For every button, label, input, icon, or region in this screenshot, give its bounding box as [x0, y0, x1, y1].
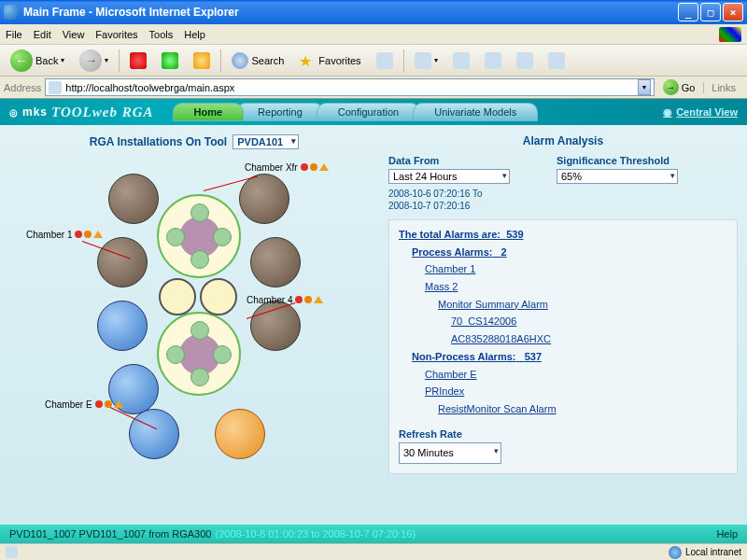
menu-tools[interactable]: Tools — [149, 29, 174, 40]
close-button[interactable]: × — [723, 3, 743, 21]
right-pane: Alarm Analysis Data From Last 24 Hours 2… — [388, 125, 747, 525]
chamber-node[interactable] — [108, 174, 159, 224]
edit-icon — [485, 52, 501, 69]
alarm-chambere-link[interactable]: Chamber E — [425, 369, 477, 380]
alarm-code1-link[interactable]: 70_CS142006 — [451, 315, 516, 327]
process-alarms-link[interactable]: Process Alarms: 2 — [412, 246, 507, 258]
date-range: 2008-10-6 07:20:16 To 2008-10-7 07:20:16 — [388, 188, 510, 212]
tool-select[interactable]: PVDA101 — [233, 134, 299, 149]
stop-icon — [130, 52, 147, 69]
page-icon — [6, 546, 18, 558]
tab-reporting[interactable]: Reporting — [236, 103, 324, 121]
tab-home[interactable]: Home — [173, 103, 245, 121]
media-button[interactable] — [372, 50, 398, 71]
nonprocess-alarms-link[interactable]: Non-Process Alarms: 537 — [412, 351, 542, 362]
peri-circle — [190, 368, 209, 386]
print-icon — [453, 52, 470, 69]
resist-monitor-link[interactable]: ResistMonitor Scan Alarm — [438, 403, 557, 414]
go-button[interactable]: → Go — [658, 79, 700, 95]
chamber-node[interactable] — [239, 174, 289, 224]
alarm-code2-link[interactable]: AC835288018A6HXC — [451, 333, 551, 344]
label-chamber-1: Chamber 1 — [26, 230, 103, 240]
menu-edit[interactable]: Edit — [34, 29, 51, 40]
chamber-xfr[interactable] — [157, 194, 241, 278]
label-chamber-xfr: Chamber Xfr — [245, 162, 329, 173]
address-dropdown[interactable]: ▾ — [638, 79, 651, 95]
label-chamber-4: Chamber 4 — [247, 295, 323, 305]
mail-button[interactable]: ▾ — [410, 50, 443, 71]
peri-circle — [166, 345, 185, 364]
peri-circle — [190, 203, 209, 222]
print-button[interactable] — [448, 50, 474, 71]
app-header: ◎mks TOOLweb RGA Home Reporting Configur… — [0, 99, 747, 125]
footer-help-link[interactable]: Help — [716, 528, 738, 539]
menu-help[interactable]: Help — [184, 29, 205, 40]
edit-button[interactable] — [480, 50, 506, 71]
chamber-1[interactable] — [97, 237, 148, 287]
address-input[interactable] — [65, 82, 633, 93]
menu-view[interactable]: View — [63, 29, 85, 40]
go-icon: → — [663, 79, 679, 95]
monitor-summary-link[interactable]: Monitor Summary Alarm — [438, 299, 548, 310]
back-icon: ← — [10, 49, 33, 72]
app-tabs: Home Reporting Configuration Univariate … — [173, 103, 531, 121]
chamber-e[interactable] — [129, 409, 179, 459]
search-icon — [232, 52, 248, 69]
search-button[interactable]: Search — [227, 50, 289, 71]
menu-favorites[interactable]: Favorites — [95, 29, 137, 40]
chamber-diagram: Chamber Xfr Chamber 1 Chamber 4 Chamber … — [7, 155, 381, 463]
data-from-select[interactable]: Last 24 Hours — [388, 169, 510, 184]
central-view-link[interactable]: Central View — [663, 106, 738, 119]
mail-icon — [415, 52, 431, 69]
refresh-icon — [162, 52, 178, 69]
threshold-select[interactable]: 65% — [557, 169, 678, 184]
footer-message: PVD101_1007 PVD101_1007 from RGA300 — [9, 528, 211, 539]
address-box[interactable]: ▾ — [45, 78, 654, 96]
footer-timestamp: (2008-10-6 01:00:23 to 2008-10-7 07:20:1… — [215, 528, 416, 539]
address-label: Address — [4, 82, 41, 93]
maximize-button[interactable]: □ — [700, 3, 721, 21]
ie-status-bar: Local intranet — [0, 543, 747, 560]
favorites-button[interactable]: ★Favorites — [294, 50, 365, 71]
discuss-button[interactable] — [512, 50, 538, 71]
messenger-button[interactable] — [543, 50, 570, 71]
forward-button[interactable]: →▾ — [75, 48, 113, 74]
menu-file[interactable]: File — [6, 29, 22, 40]
windows-flag-icon — [719, 27, 741, 42]
tab-configuration[interactable]: Configuration — [317, 103, 420, 121]
security-zone: Local intranet — [669, 546, 741, 559]
ie-toolbar: ← Back ▾ →▾ Search ★Favorites ▾ — [0, 45, 747, 77]
home-button[interactable] — [189, 50, 215, 71]
minimize-button[interactable]: _ — [678, 3, 698, 21]
stop-button[interactable] — [125, 50, 151, 71]
threshold-label: Significance Threshold — [557, 155, 678, 166]
tab-univariate[interactable]: Univariate Models — [413, 103, 538, 121]
left-pane: RGA Installations On Tool PVDA101 — [0, 125, 388, 525]
alarm-summary-box: The total Alarms are: 539 Process Alarms… — [388, 219, 738, 474]
links-label[interactable]: Links — [703, 82, 743, 93]
forward-icon: → — [79, 49, 102, 72]
refresh-rate-select[interactable]: 30 Minutes — [399, 442, 501, 464]
peri-circle — [213, 345, 232, 364]
chamber-node[interactable] — [97, 301, 148, 351]
total-alarms-link[interactable]: The total Alarms are: 539 — [399, 229, 524, 240]
data-from-label: Data From — [388, 155, 510, 166]
chamber-node[interactable] — [250, 237, 301, 287]
address-bar: Address ▾ → Go Links — [0, 77, 747, 99]
alarm-chamber1-link[interactable]: Chamber 1 — [425, 263, 475, 274]
ie-icon — [4, 5, 19, 20]
left-title: RGA Installations On Tool — [90, 135, 227, 148]
window-title: Main Frame - Microsoft Internet Explorer — [23, 6, 678, 19]
alarm-prindex-link[interactable]: PRIndex — [425, 385, 464, 397]
chamber-node[interactable] — [215, 409, 265, 459]
back-button[interactable]: ← Back ▾ — [6, 48, 69, 74]
chamber-center-bottom[interactable] — [157, 312, 241, 396]
peri-circle — [213, 228, 232, 246]
peri-circle — [190, 321, 209, 340]
label-chamber-e: Chamber E — [45, 399, 123, 410]
menu-bar: File Edit View Favorites Tools Help — [0, 24, 747, 45]
small-circle — [200, 278, 237, 315]
refresh-button[interactable] — [157, 50, 183, 71]
alarm-mass2-link[interactable]: Mass 2 — [425, 281, 458, 292]
star-icon: ★ — [299, 52, 316, 69]
